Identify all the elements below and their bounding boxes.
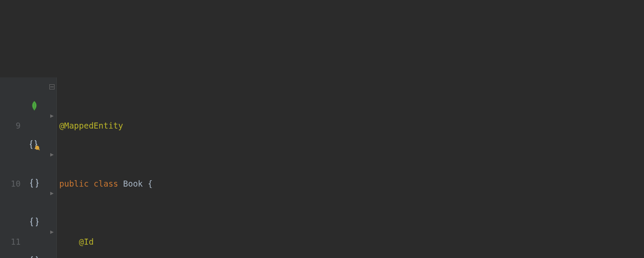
line-number-gutter[interactable]: 9 10 11 12 13 14 15 16 17 18 19 20 21 22 [0,77,27,258]
code-line[interactable]: @MappedEntity [57,116,644,135]
svg-marker-5 [50,192,54,195]
annotation-token: @Id [79,237,94,246]
mongodb-leaf-icon[interactable] [28,99,41,112]
fold-arrow-icon[interactable] [48,189,56,198]
fold-arrow-icon[interactable] [48,150,56,159]
keyword-token: public [59,179,89,188]
fold-strip [47,77,57,258]
keyword-token: class [94,179,118,188]
line-number[interactable]: 9 [0,116,27,135]
code-editor: 9 10 11 12 13 14 15 16 17 18 19 20 21 22 [0,77,644,258]
indent [59,237,79,246]
gutter-icon-strip [27,77,47,258]
class-name-token: Book [123,179,143,188]
code-line[interactable]: public class Book { [57,174,644,194]
mapped-property-icon[interactable] [28,216,41,229]
svg-marker-6 [50,230,54,234]
brace-token: { [143,179,153,188]
mapped-property-icon[interactable] [28,255,41,258]
svg-marker-4 [50,153,54,157]
fold-toggle-icon[interactable] [48,83,56,91]
code-line[interactable]: @Id [57,232,644,252]
mapped-property-icon[interactable] [28,177,41,190]
fold-arrow-icon[interactable] [48,228,56,236]
annotation-token: @MappedEntity [59,121,123,130]
mapped-id-icon[interactable] [28,138,41,151]
svg-marker-3 [50,114,54,118]
line-number[interactable]: 11 [0,232,27,252]
line-number[interactable]: 10 [0,174,27,194]
fold-arrow-icon[interactable] [48,112,56,120]
code-area[interactable]: @MappedEntity public class Book { @Id pr… [57,77,644,258]
